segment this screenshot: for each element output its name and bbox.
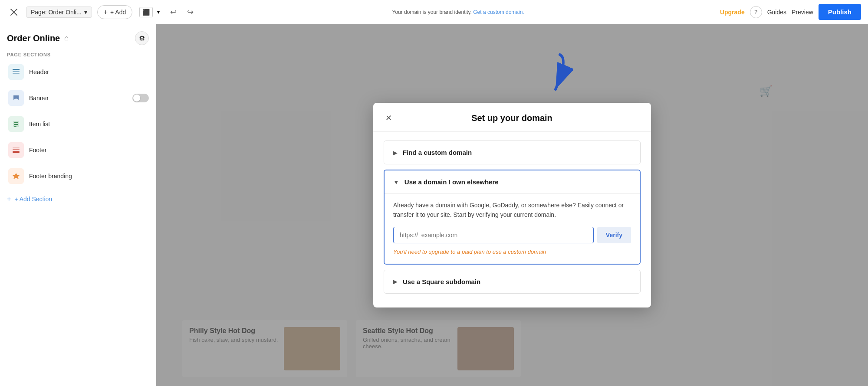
modal-header: ✕ Set up your domain [373, 103, 651, 132]
accordion-own-header[interactable]: ▼ Use a domain I own elsewhere [385, 170, 640, 193]
sidebar-itemlist-label: Item list [29, 121, 50, 128]
header-icon [8, 64, 24, 80]
sidebar-item-footer[interactable]: Footer [0, 137, 156, 163]
banner-icon [8, 90, 24, 106]
add-section-button[interactable]: + + Add Section [0, 189, 156, 209]
own-chevron-icon: ▼ [393, 179, 399, 186]
home-icon[interactable]: ⌂ [64, 34, 69, 42]
own-domain-label: Use a domain I own elsewhere [404, 178, 499, 186]
page-label: Page: Order Onli... [31, 9, 82, 16]
sidebar-title: Order Online [7, 33, 60, 43]
subdomain-label: Use a Square subdomain [403, 278, 480, 285]
accordion-find-domain: ▶ Find a custom domain [384, 141, 641, 164]
sidebar-item-footerbranding[interactable]: Footer branding [0, 163, 156, 189]
sidebar-banner-label: Banner [29, 95, 49, 101]
domain-input[interactable] [393, 227, 594, 243]
help-button[interactable]: ? [750, 6, 762, 18]
desktop-icon[interactable]: ⬛ [139, 7, 153, 17]
own-domain-description: Already have a domain with Google, GoDad… [393, 201, 631, 219]
close-button[interactable] [7, 5, 21, 19]
sidebar: Order Online ⌂ ⚙ PAGE SECTIONS Header Ba… [0, 24, 156, 386]
footer-icon [8, 142, 24, 158]
domain-modal: ✕ Set up your domain ▶ Find a custom dom… [373, 103, 651, 307]
modal-body: ▶ Find a custom domain ▼ Use a domain I … [373, 132, 651, 307]
view-toggle: ⬛ ▾ [139, 7, 162, 17]
svg-rect-6 [14, 122, 18, 123]
domain-msg-text: Your domain is your brand identity. [392, 9, 471, 15]
add-button[interactable]: + + Add [97, 5, 133, 19]
upgrade-button[interactable]: Upgrade [720, 9, 745, 16]
accordion-subdomain-header[interactable]: ▶ Use a Square subdomain [384, 270, 640, 293]
itemlist-icon [8, 116, 24, 132]
domain-message: Your domain is your brand identity. Get … [392, 9, 524, 15]
canvas: Order Now 🛒 Philly Style Hot Dog Fish ca… [156, 24, 868, 386]
guides-button[interactable]: Guides [767, 9, 786, 16]
svg-rect-9 [13, 151, 20, 153]
add-label: + Add [110, 9, 126, 16]
page-dropdown-icon: ▾ [84, 9, 87, 16]
help-icon: ? [754, 9, 757, 15]
sidebar-footer-label: Footer [29, 147, 46, 154]
sidebar-header-label: Header [29, 69, 49, 75]
page-selector[interactable]: Page: Order Onli... ▾ [26, 7, 92, 18]
sidebar-item-itemlist[interactable]: Item list [0, 111, 156, 137]
add-section-plus-icon: + [7, 195, 11, 203]
modal-close-button[interactable]: ✕ [384, 111, 394, 124]
settings-button[interactable]: ⚙ [135, 31, 149, 45]
find-domain-label: Find a custom domain [403, 149, 472, 156]
svg-marker-12 [13, 173, 20, 179]
svg-rect-8 [14, 126, 16, 127]
modal-close-icon: ✕ [385, 114, 392, 122]
verify-button[interactable]: Verify [597, 227, 631, 243]
domain-link[interactable]: Get a custom domain. [473, 9, 524, 15]
preview-button[interactable]: Preview [792, 9, 813, 16]
sidebar-item-header[interactable]: Header [0, 59, 156, 85]
accordion-own-content: Already have a domain with Google, GoDad… [385, 193, 640, 263]
svg-rect-10 [13, 149, 20, 150]
footerbranding-icon [8, 168, 24, 184]
accordion-find-header[interactable]: ▶ Find a custom domain [384, 141, 640, 164]
upgrade-note: You'll need to upgrade to a paid plan to… [393, 249, 631, 255]
page-sections-label: PAGE SECTIONS [0, 49, 156, 59]
modal-title: Set up your domain [394, 113, 630, 123]
svg-rect-3 [13, 71, 20, 72]
redo-button[interactable]: ↪ [184, 6, 196, 19]
topbar: Page: Order Onli... ▾ + + Add ⬛ ▾ ↩ ↪ Yo… [0, 0, 868, 24]
svg-rect-2 [13, 69, 20, 70]
sidebar-item-banner[interactable]: Banner [0, 85, 156, 111]
modal-overlay: ✕ Set up your domain ▶ Find a custom dom… [156, 24, 868, 386]
undo-button[interactable]: ↩ [168, 6, 179, 19]
svg-rect-11 [13, 147, 20, 148]
find-chevron-icon: ▶ [393, 149, 398, 156]
svg-rect-7 [14, 124, 18, 125]
gear-icon: ⚙ [139, 34, 145, 43]
domain-input-row: Verify [393, 227, 631, 243]
svg-rect-4 [13, 73, 20, 74]
accordion-subdomain: ▶ Use a Square subdomain [384, 270, 641, 294]
sidebar-footerbranding-label: Footer branding [29, 173, 72, 180]
subdomain-chevron-icon: ▶ [393, 278, 398, 285]
accordion-own-domain: ▼ Use a domain I own elsewhere Already h… [384, 170, 641, 264]
plus-icon: + [104, 8, 108, 16]
banner-toggle[interactable] [132, 94, 149, 102]
publish-button[interactable]: Publish [819, 4, 861, 20]
sidebar-title-row: Order Online ⌂ ⚙ [0, 31, 156, 49]
add-section-label: + Add Section [14, 196, 52, 203]
view-dropdown-icon[interactable]: ▾ [155, 7, 162, 17]
main-layout: Order Online ⌂ ⚙ PAGE SECTIONS Header Ba… [0, 24, 868, 386]
